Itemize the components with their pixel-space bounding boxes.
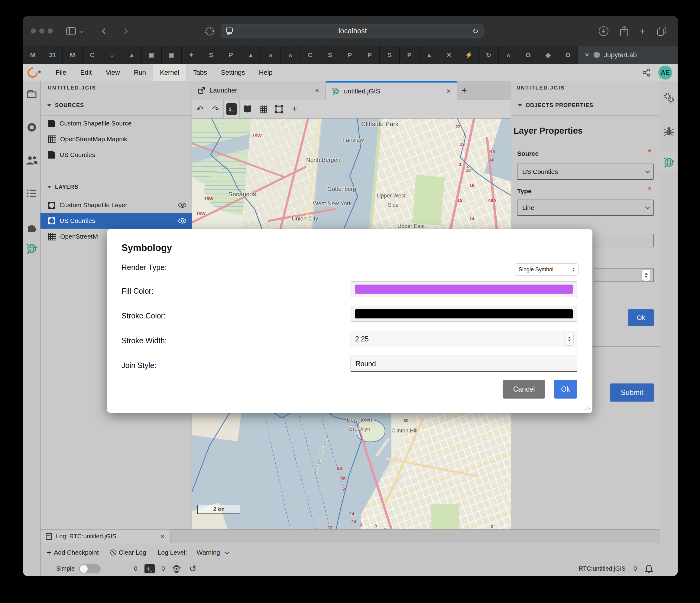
pinned-tab[interactable]: P bbox=[360, 46, 380, 64]
submit-button[interactable]: Submit bbox=[610, 383, 654, 402]
address-bar[interactable]: localhost ↻ bbox=[221, 24, 483, 38]
url-text[interactable]: localhost bbox=[233, 27, 472, 35]
redo-button[interactable]: ↷ bbox=[208, 100, 223, 118]
pinned-tab[interactable]: ✦ bbox=[182, 46, 202, 64]
pinned-tab[interactable]: ▲ bbox=[122, 46, 142, 64]
running-kernels-icon[interactable] bbox=[27, 122, 37, 132]
pinned-tab[interactable]: ◆ bbox=[538, 46, 558, 64]
pinned-tab[interactable]: ✕ bbox=[439, 46, 459, 64]
sources-section-header[interactable]: SOURCES bbox=[41, 95, 192, 116]
back-button[interactable] bbox=[102, 28, 108, 34]
sidebar-chevron-icon[interactable] bbox=[79, 29, 83, 33]
close-tab-icon[interactable]: ✕ bbox=[315, 87, 320, 94]
objects-properties-header[interactable]: OBJECTS PROPERTIES bbox=[511, 95, 660, 116]
stepper-icon[interactable] bbox=[642, 270, 650, 281]
tab-launcher[interactable]: Launcher ✕ bbox=[192, 81, 326, 100]
stroke-color-swatch[interactable] bbox=[355, 309, 573, 318]
stroke-width-input[interactable]: 2.25 bbox=[351, 331, 577, 347]
simple-mode-toggle[interactable] bbox=[79, 564, 101, 573]
resize-handle[interactable] bbox=[585, 406, 590, 410]
render-type-select[interactable]: Single Symbol bbox=[515, 263, 579, 275]
log-level-control[interactable]: Log Level: Warning bbox=[158, 549, 228, 556]
menu-item[interactable]: File bbox=[49, 64, 73, 81]
source-select[interactable]: US Counties bbox=[517, 164, 654, 179]
source-item[interactable]: OpenStreetMap.Mapnik bbox=[41, 131, 192, 147]
sidebar-toggle-icon[interactable] bbox=[66, 27, 76, 35]
debugger-bug-icon[interactable] bbox=[664, 126, 674, 137]
menu-item[interactable]: Help bbox=[252, 64, 280, 81]
pinned-tab[interactable]: ○ bbox=[102, 46, 122, 64]
basemap-gallery-button[interactable] bbox=[240, 100, 255, 118]
add-raster-layer-button[interactable] bbox=[255, 100, 271, 118]
minimize-window-button[interactable] bbox=[39, 28, 45, 33]
layers-section-header[interactable]: LAYERS bbox=[41, 177, 192, 197]
pinned-tab[interactable]: Ω bbox=[558, 46, 578, 64]
layer-item[interactable]: Custom Shapefile Layer bbox=[41, 197, 192, 213]
pinned-tab[interactable]: Ω bbox=[518, 46, 538, 64]
source-item[interactable]: US Counties bbox=[41, 147, 192, 163]
text-input-partially-hidden[interactable] bbox=[594, 234, 654, 247]
fill-color-swatch[interactable] bbox=[355, 285, 573, 294]
extensions-icon[interactable] bbox=[26, 222, 37, 233]
menu-item[interactable]: View bbox=[99, 64, 127, 81]
user-avatar[interactable]: AE bbox=[658, 66, 672, 79]
pinned-tab[interactable]: S bbox=[320, 46, 340, 64]
stepper-icon[interactable] bbox=[566, 333, 573, 345]
pinned-tab[interactable]: C bbox=[82, 46, 102, 64]
stroke-color-input[interactable] bbox=[351, 306, 577, 322]
bell-icon[interactable] bbox=[645, 564, 653, 573]
pinned-tab[interactable]: ʌ bbox=[261, 46, 281, 64]
close-log-icon[interactable]: ✕ bbox=[160, 533, 165, 540]
menu-item[interactable]: Kernel bbox=[153, 64, 186, 81]
pinned-tab[interactable]: M bbox=[23, 46, 43, 64]
zoom-window-button[interactable] bbox=[48, 28, 53, 33]
tab-untitled-jgis[interactable]: untitled.jGIS ✕ bbox=[326, 81, 457, 100]
layer-visibility-eye-icon[interactable] bbox=[178, 218, 186, 223]
pinned-tab[interactable]: ▲ bbox=[241, 46, 261, 64]
panel-ok-button[interactable]: Ok bbox=[628, 309, 654, 326]
new-tab-icon[interactable]: + bbox=[640, 25, 646, 37]
cancel-button[interactable]: Cancel bbox=[503, 380, 545, 399]
log-level-value[interactable]: Warning bbox=[197, 549, 220, 556]
kernel-chip-icon[interactable] bbox=[172, 564, 181, 573]
jupytergis-sidebar-icon[interactable] bbox=[26, 243, 38, 254]
pinned-tab[interactable]: ▣ bbox=[142, 46, 162, 64]
menu-item[interactable]: Run bbox=[127, 64, 153, 81]
console-button[interactable]: $_ bbox=[224, 100, 240, 118]
layer-visibility-eye-icon[interactable] bbox=[178, 202, 186, 208]
ok-button[interactable]: Ok bbox=[554, 380, 577, 399]
table-of-contents-icon[interactable] bbox=[27, 189, 37, 198]
pinned-tab[interactable]: ▲ bbox=[420, 46, 440, 64]
pinned-tab[interactable]: P bbox=[400, 46, 420, 64]
pinned-tab[interactable]: ⚡ bbox=[459, 46, 479, 64]
forward-button[interactable] bbox=[122, 28, 128, 34]
jupytergis-panel-icon[interactable] bbox=[663, 156, 675, 168]
tab-overview-icon[interactable] bbox=[656, 26, 667, 36]
new-layer-button[interactable]: + bbox=[287, 100, 303, 118]
browser-tab-jupyterlab[interactable]: ✕ JupyterLab bbox=[578, 46, 678, 64]
file-browser-icon[interactable] bbox=[27, 90, 37, 99]
terminal-status-icon[interactable]: $_ bbox=[145, 564, 155, 573]
pinned-tab[interactable]: 31 bbox=[43, 46, 63, 64]
reader-view-icon[interactable] bbox=[226, 27, 233, 35]
close-tab-icon[interactable]: ✕ bbox=[584, 51, 590, 58]
pinned-tab[interactable]: M bbox=[62, 46, 82, 64]
close-tab-icon[interactable]: ✕ bbox=[446, 88, 451, 95]
pinned-tab[interactable]: S bbox=[201, 46, 221, 64]
history-icon[interactable]: ↺ bbox=[189, 563, 197, 574]
pinned-tab[interactable]: S bbox=[380, 46, 400, 64]
type-select[interactable]: Line bbox=[517, 199, 654, 216]
share-document-icon[interactable] bbox=[642, 68, 651, 77]
collaboration-icon[interactable] bbox=[26, 155, 38, 165]
join-style-select[interactable]: Round bbox=[351, 356, 577, 372]
number-input-partially-hidden[interactable] bbox=[594, 268, 654, 282]
pinned-tab[interactable]: P bbox=[340, 46, 360, 64]
menu-item[interactable]: Settings bbox=[214, 64, 252, 81]
pinned-tab[interactable]: ʌ bbox=[281, 46, 301, 64]
property-inspector-icon[interactable] bbox=[663, 92, 675, 104]
pinned-tab[interactable]: C bbox=[300, 46, 320, 64]
close-window-button[interactable] bbox=[31, 28, 36, 33]
menu-item[interactable]: Tabs bbox=[186, 64, 214, 81]
add-checkpoint-button[interactable]: + Add Checkpoint bbox=[47, 548, 99, 557]
pinned-tab[interactable]: P bbox=[221, 46, 241, 64]
